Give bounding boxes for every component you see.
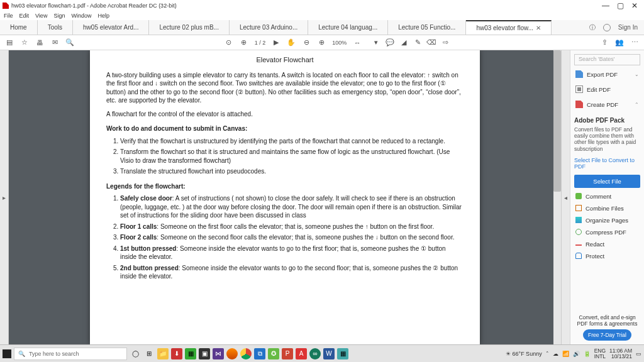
side-tool-combine[interactable]: Combine Files: [574, 202, 640, 214]
tray-notifications-icon[interactable]: ▭: [636, 351, 641, 357]
app-icon-5[interactable]: ▦: [337, 348, 348, 359]
minimize-button[interactable]: —: [602, 1, 609, 10]
search-icon[interactable]: 🔍: [65, 38, 74, 47]
comment-tool-icon[interactable]: 💬: [386, 38, 394, 47]
tab-home[interactable]: Home: [0, 20, 38, 35]
tab-doc-2[interactable]: Lecture 03 Arduino...: [230, 20, 308, 35]
tab-doc-5[interactable]: hw03 elevator flow...✕: [466, 20, 552, 35]
tray-wifi-icon[interactable]: 📶: [562, 351, 569, 357]
app-icon-2[interactable]: ⧉: [254, 348, 265, 359]
help-icon[interactable]: ⓘ: [589, 23, 596, 32]
app-icon-3[interactable]: ✪: [268, 348, 279, 359]
menu-sign[interactable]: Sign: [53, 13, 65, 19]
star-icon[interactable]: ☆: [20, 38, 29, 47]
app-icon-1[interactable]: ▣: [199, 348, 210, 359]
tab-doc-4[interactable]: Lecture 05 Functio...: [388, 20, 466, 35]
document-viewport[interactable]: Elevator Flowchart A two-story building …: [9, 50, 561, 344]
left-pane-toggle[interactable]: ▸: [0, 50, 9, 344]
tab-doc-3[interactable]: Lecture 04 languag...: [308, 20, 388, 35]
hand-icon[interactable]: ✋: [287, 38, 296, 47]
window-title: hw03 elevator flowchart-1.pdf - Adobe Ac…: [11, 3, 177, 9]
tab-doc-1[interactable]: Lecture 02 plus mB...: [149, 20, 230, 35]
signin-link[interactable]: Sign In: [618, 24, 638, 31]
tray-clock[interactable]: 11:06 AM10/13/21: [609, 348, 632, 359]
edge-icon[interactable]: ▦: [185, 348, 196, 359]
task-view-icon[interactable]: ◯: [130, 348, 141, 359]
fit-width-icon[interactable]: ↔: [353, 38, 362, 47]
store-icon[interactable]: ⬇: [171, 348, 182, 359]
panel-share-icon[interactable]: 👥: [615, 38, 624, 47]
menu-edit[interactable]: Edit: [19, 13, 30, 19]
side-tool-compress[interactable]: Compress PDF: [574, 226, 640, 238]
legend-def: : Someone on the second floor calls the …: [157, 234, 454, 241]
sidebar-toggle-icon[interactable]: ▤: [5, 38, 14, 47]
pointer-icon[interactable]: ▶: [272, 38, 280, 47]
side-edit-pdf[interactable]: Edit PDF: [574, 83, 640, 96]
side-select-link[interactable]: Select File to Convert to PDF: [574, 157, 640, 170]
side-tool-organize[interactable]: Organize Pages: [574, 214, 640, 226]
close-tab-icon[interactable]: ✕: [536, 25, 541, 31]
stamp-tool-icon[interactable]: ⌫: [427, 38, 436, 47]
highlight-tool-icon[interactable]: ◢: [399, 38, 408, 47]
side-pack-desc: Convert files to PDF and easily combine …: [574, 126, 640, 152]
maximize-button[interactable]: ▢: [617, 1, 624, 10]
right-pane-toggle[interactable]: ◂: [561, 50, 570, 344]
doc-paragraph: A two-story building uses a simple eleva…: [106, 71, 464, 105]
menu-view[interactable]: View: [35, 13, 47, 19]
page-indicator[interactable]: 1 / 2: [255, 40, 266, 46]
explorer-icon[interactable]: 📁: [157, 348, 169, 359]
menu-window[interactable]: Window: [71, 13, 91, 19]
menu-file[interactable]: File: [4, 13, 13, 19]
more-tool-icon[interactable]: ⇨: [441, 38, 450, 47]
tray-language[interactable]: ENG INTL: [594, 348, 606, 359]
search-placeholder: Type here to search: [29, 351, 79, 357]
side-tool-protect[interactable]: Protect: [574, 250, 640, 262]
side-create-pdf[interactable]: Create PDF⌃: [574, 98, 640, 111]
side-tool-redact[interactable]: Redact: [574, 238, 640, 250]
taskbar-search-input[interactable]: 🔍Type here to search: [14, 348, 127, 360]
page-down-icon[interactable]: ⊕: [240, 38, 248, 47]
acrobat-icon[interactable]: A: [296, 348, 307, 359]
chrome-icon[interactable]: [240, 348, 252, 359]
zoom-in-icon[interactable]: ⊕: [317, 38, 326, 47]
menu-help[interactable]: Help: [97, 13, 109, 19]
side-tool-comment[interactable]: Comment: [574, 190, 640, 202]
tab-doc-0[interactable]: hw05 elevator Ard...: [73, 20, 149, 35]
select-tool-icon[interactable]: ▾: [372, 38, 380, 47]
mail-icon[interactable]: ✉: [50, 38, 59, 47]
select-file-button[interactable]: Select File: [574, 175, 640, 188]
scrollbar-thumb[interactable]: [553, 50, 561, 192]
zoom-out-icon[interactable]: ⊖: [302, 38, 311, 47]
sign-tool-icon[interactable]: ✎: [413, 38, 422, 47]
close-window-button[interactable]: ✕: [631, 1, 638, 10]
start-button[interactable]: [3, 349, 11, 358]
print-icon[interactable]: 🖶: [35, 38, 44, 47]
zoom-level[interactable]: 100%: [332, 40, 347, 46]
export-icon: [575, 70, 583, 78]
word-icon[interactable]: W: [323, 348, 335, 359]
side-item-label: Organize Pages: [586, 217, 628, 224]
cortana-icon[interactable]: ⊞: [143, 348, 155, 359]
tray-volume-icon[interactable]: 🔊: [573, 351, 580, 357]
powerpoint-icon[interactable]: P: [282, 348, 293, 359]
vertical-scrollbar[interactable]: [553, 50, 561, 344]
side-export-pdf[interactable]: Export PDF⌄: [574, 68, 640, 80]
tab-label: Lecture 05 Functio...: [398, 24, 455, 31]
side-item-label: Redact: [586, 241, 604, 248]
list-item: Translate the structured flowchart into …: [120, 167, 464, 176]
firefox-icon[interactable]: [226, 348, 238, 359]
tab-tools[interactable]: Tools: [38, 20, 73, 35]
panel-more-icon[interactable]: ⋯: [630, 38, 639, 47]
tray-battery-icon[interactable]: 🔋: [584, 351, 591, 357]
vscode-icon[interactable]: ⋈: [213, 348, 224, 359]
tray-chevron-icon[interactable]: ˄: [546, 351, 549, 357]
app-icon-4[interactable]: ∞: [309, 348, 321, 359]
weather-widget[interactable]: ☀ 66°F Sunny: [506, 351, 542, 357]
side-search-input[interactable]: Search 'Bates': [574, 54, 640, 65]
free-trial-button[interactable]: Free 7-Day Trial: [583, 329, 631, 341]
page-up-icon[interactable]: ⊙: [225, 38, 233, 47]
share-icon[interactable]: ⇪: [600, 38, 609, 47]
doc-heading: Work to do and document to submit in Can…: [106, 124, 464, 133]
notification-icon[interactable]: [603, 24, 611, 31]
tray-onedrive-icon[interactable]: ☁: [553, 351, 558, 357]
